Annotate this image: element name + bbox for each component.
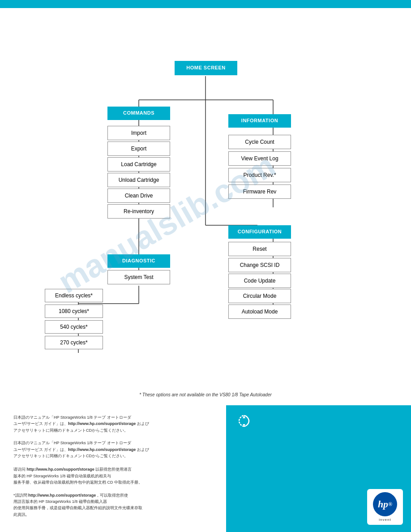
diag-1080-cycles: 1080 cycles*	[45, 305, 103, 318]
cmd-unload-cartridge-label: Unload Cartridge	[119, 177, 159, 183]
config-reset: Reset	[228, 242, 291, 256]
info-firmware-rev-label: Firmware Rev	[243, 189, 277, 195]
diag-270-cycles-label: 270 cycles*	[60, 339, 87, 346]
top-bar	[0, 0, 411, 8]
hp-invent-text: invent	[379, 518, 391, 522]
bottom-left: 日本語のマニュアル「HP StorageWorks 1/8 テープ オートローダ…	[0, 405, 226, 532]
diag-270-cycles: 270 cycles*	[45, 336, 103, 349]
jp-block-2: 日本語のマニュアル「HP StorageWorks 1/8 テープ オートローダ…	[13, 440, 213, 459]
config-change-scsi-id: Change SCSI ID	[228, 258, 291, 272]
diag-540-cycles-label: 540 cycles*	[60, 324, 87, 330]
cn-block-1: 请访问 http://www.hp.com/support/storage 以获…	[13, 466, 213, 485]
home-screen-box: HOME SCREEN	[175, 61, 237, 75]
footnote: * These options are not available on the…	[0, 389, 411, 401]
config-autoload-mode-label: Autoload Mode	[242, 309, 278, 315]
cmd-clean-drive-label: Clean Drive	[125, 193, 153, 199]
bottom-right-panel: hp ® invent	[226, 405, 411, 532]
recycle-icon	[237, 414, 251, 428]
hp-logo-text: hp	[378, 498, 388, 510]
commands-label: COMMANDS	[123, 110, 154, 116]
cmd-export-label: Export	[131, 146, 147, 152]
commands-box: COMMANDS	[107, 107, 170, 120]
jp-block-1: 日本語のマニュアル「HP StorageWorks 1/8 テープ オートローダ…	[13, 414, 213, 433]
diag-1080-cycles-label: 1080 cycles*	[59, 308, 89, 314]
information-label: INFORMATION	[241, 118, 278, 124]
info-view-event-log-label: View Event Log	[241, 155, 278, 162]
cmd-import-label: Import	[131, 130, 146, 136]
config-autoload-mode: Autoload Mode	[228, 305, 291, 319]
diagram-area: manualslib.com HOME SCREEN COMMANDS INFO…	[0, 48, 411, 389]
diag-system-test-label: System Test	[124, 274, 153, 280]
info-firmware-rev: Firmware Rev	[228, 184, 291, 199]
cmd-unload-cartridge: Unload Cartridge	[107, 173, 170, 187]
footnote-text: * These options are not available on the…	[139, 392, 272, 397]
info-cycle-count-label: Cycle Count	[245, 139, 274, 145]
config-circular-mode: Circular Mode	[228, 289, 291, 303]
hp-logo: hp ® invent	[367, 489, 403, 525]
diagnostic-box: DIAGNOSTIC	[107, 254, 170, 268]
cmd-export: Export	[107, 142, 170, 156]
bottom-section: 日本語のマニュアル「HP StorageWorks 1/8 テープ オートローダ…	[0, 405, 411, 532]
configuration-label: CONFIGURATION	[238, 229, 282, 235]
diagnostic-label: DIAGNOSTIC	[122, 258, 155, 264]
cmd-clean-drive: Clean Drive	[107, 189, 170, 203]
cmd-reinventory: Re-inventory	[107, 204, 170, 219]
config-change-scsi-id-label: Change SCSI ID	[240, 262, 280, 268]
information-box: INFORMATION	[228, 114, 291, 128]
config-code-update: Code Update	[228, 274, 291, 288]
diag-system-test: System Test	[107, 270, 170, 284]
cmd-import: Import	[107, 126, 170, 140]
cmd-load-cartridge: Load Cartridge	[107, 157, 170, 172]
info-product-rev-label: Product Rev.*	[243, 172, 276, 178]
info-view-event-log: View Event Log	[228, 151, 291, 166]
info-cycle-count: Cycle Count	[228, 135, 291, 149]
config-code-update-label: Code Update	[244, 278, 276, 284]
cn-block-2: *請訪問 http://www.hp.com/support/storage，可…	[13, 492, 213, 518]
diag-endless-cycles-label: Endless cycles*	[55, 292, 93, 299]
hp-logo-circle: hp ®	[373, 492, 397, 516]
home-screen-label: HOME SCREEN	[186, 65, 225, 71]
cmd-reinventory-label: Re-inventory	[124, 208, 154, 215]
cmd-load-cartridge-label: Load Cartridge	[121, 161, 156, 167]
info-product-rev: Product Rev.*	[228, 168, 291, 182]
config-circular-mode-label: Circular Mode	[243, 293, 277, 299]
config-reset-label: Reset	[253, 246, 266, 252]
diag-540-cycles: 540 cycles*	[45, 320, 103, 334]
configuration-box: CONFIGURATION	[228, 225, 291, 239]
diag-endless-cycles: Endless cycles*	[45, 289, 103, 302]
